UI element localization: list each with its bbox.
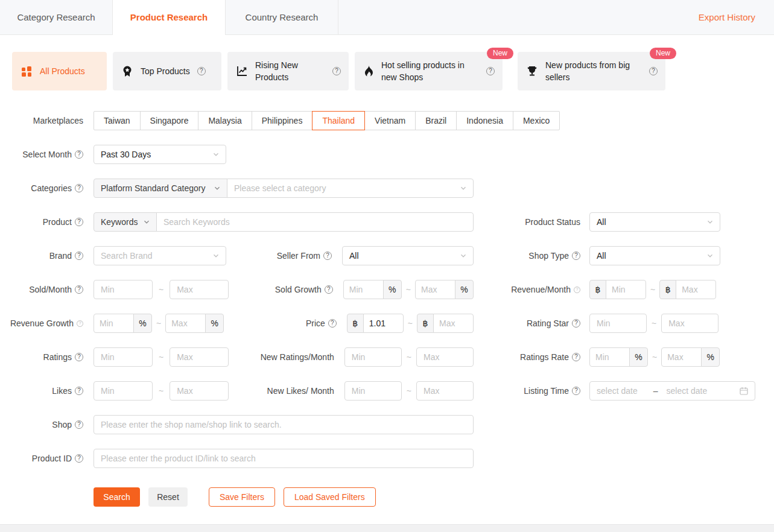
tilde-separator: ~ [156, 318, 161, 328]
help-icon[interactable]: ? [75, 184, 83, 192]
help-icon[interactable]: ? [77, 320, 83, 327]
rating-star-min-input[interactable] [589, 314, 647, 333]
marketplace-option-indonesia[interactable]: Indonesia [456, 111, 513, 130]
help-icon[interactable]: ? [75, 387, 83, 395]
start-date-field[interactable]: select date [597, 386, 638, 396]
card-top-products[interactable]: Top Products ? [113, 52, 221, 90]
keywords-input[interactable] [156, 212, 474, 232]
card-hot-selling-new-shops[interactable]: New Hot selling products in new Shops ? [355, 52, 503, 90]
price-min-input[interactable] [363, 314, 404, 333]
percent-suffix: % [455, 280, 474, 299]
new-likes-max-input[interactable] [416, 381, 474, 401]
likes-min-input[interactable] [94, 381, 153, 401]
marketplace-option-singapore[interactable]: Singapore [140, 111, 199, 130]
tab-product-research[interactable]: Product Research [113, 0, 226, 34]
help-icon[interactable]: ? [574, 287, 580, 293]
card-all-products[interactable]: All Products [12, 52, 107, 90]
calendar-icon [740, 387, 748, 395]
search-button[interactable]: Search [94, 487, 140, 507]
product-search-type-dropdown[interactable]: Keywords [94, 212, 157, 232]
marketplace-option-mexico[interactable]: Mexico [513, 111, 560, 130]
product-id-input[interactable] [94, 449, 474, 468]
revenue-growth-min-input[interactable] [94, 314, 134, 333]
revenue-growth-max-input[interactable] [165, 314, 206, 333]
brand-select[interactable]: Search Brand [94, 246, 226, 265]
select-month-dropdown[interactable]: Past 30 Days [94, 145, 226, 164]
shop-label: Shop ? [0, 420, 83, 429]
help-icon[interactable]: ? [75, 218, 83, 226]
help-icon[interactable]: ? [323, 252, 332, 260]
help-icon[interactable]: ? [572, 387, 580, 395]
help-icon[interactable]: ? [197, 67, 206, 75]
marketplace-option-brazil[interactable]: Brazil [415, 111, 457, 130]
select-month-label: Select Month ? [0, 150, 83, 159]
help-icon[interactable]: ? [572, 319, 580, 328]
tilde-separator: ~ [407, 386, 411, 396]
seller-from-dropdown[interactable]: All [342, 246, 474, 265]
card-label: Rising New Products [255, 59, 325, 84]
new-ratings-max-input[interactable] [416, 347, 474, 367]
help-icon[interactable]: ? [75, 285, 83, 294]
search-filter-form: Marketplaces TaiwanSingaporeMalaysiaPhil… [0, 90, 774, 507]
card-new-products-big-sellers[interactable]: New New products from big sellers ? [518, 52, 665, 90]
save-filters-button[interactable]: Save Filters [209, 487, 275, 507]
marketplace-option-philippines[interactable]: Philippines [252, 111, 313, 130]
export-history-link[interactable]: Export History [699, 0, 774, 34]
shop-type-dropdown[interactable]: All [589, 246, 720, 265]
sold-growth-max-input[interactable] [415, 280, 455, 299]
new-ratings-min-input[interactable] [344, 347, 402, 367]
ratings-min-input[interactable] [94, 347, 153, 367]
sold-growth-min-input[interactable] [343, 280, 384, 299]
category-select[interactable]: Please select a category [227, 179, 474, 198]
sold-growth-label: Sold Growth ? [229, 285, 343, 294]
help-icon[interactable]: ? [572, 252, 580, 260]
ratings-rate-label: Ratings Rate ? [474, 352, 580, 362]
tab-category-research[interactable]: Category Research [0, 0, 113, 34]
tab-country-research[interactable]: Country Research [226, 0, 338, 34]
category-type-dropdown[interactable]: Platform Standard Category [94, 179, 227, 198]
marketplace-option-malaysia[interactable]: Malaysia [198, 111, 252, 130]
shop-search-input[interactable] [94, 415, 474, 434]
listing-time-date-range-picker[interactable]: select date – select date [589, 381, 755, 401]
help-icon[interactable]: ? [75, 454, 83, 463]
revenue-month-min-input[interactable] [606, 280, 646, 299]
help-icon[interactable]: ? [325, 285, 333, 294]
card-rising-new-products[interactable]: Rising New Products ? [227, 52, 349, 90]
help-icon[interactable]: ? [75, 420, 83, 429]
sold-month-min-input[interactable] [94, 280, 153, 299]
help-icon[interactable]: ? [328, 319, 337, 328]
marketplaces-label: Marketplaces [0, 116, 83, 125]
ratings-max-input[interactable] [170, 347, 229, 367]
marketplace-option-vietnam[interactable]: Vietnam [364, 111, 416, 130]
revenue-month-max-input[interactable] [676, 280, 716, 299]
reset-button[interactable]: Reset [148, 487, 188, 507]
ratings-rate-max-input[interactable] [661, 347, 702, 367]
new-likes-min-input[interactable] [344, 381, 402, 401]
categories-label: Categories ? [0, 183, 83, 193]
sold-month-max-input[interactable] [170, 280, 229, 299]
trend-chart-icon [236, 65, 248, 77]
end-date-field[interactable]: select date [667, 386, 708, 396]
percent-suffix: % [133, 314, 152, 333]
help-icon[interactable]: ? [332, 67, 341, 75]
product-status-dropdown[interactable]: All [589, 212, 720, 232]
price-max-input[interactable] [433, 314, 474, 333]
help-icon[interactable]: ? [572, 353, 580, 361]
help-icon[interactable]: ? [75, 252, 83, 260]
help-icon[interactable]: ? [75, 353, 83, 361]
chevron-down-icon [707, 219, 713, 225]
help-icon[interactable]: ? [75, 150, 83, 159]
help-icon[interactable]: ? [486, 67, 495, 75]
marketplace-option-thailand[interactable]: Thailand [312, 111, 365, 130]
marketplace-option-taiwan[interactable]: Taiwan [94, 111, 141, 130]
likes-max-input[interactable] [170, 381, 229, 401]
percent-suffix: % [383, 280, 402, 299]
product-status-label: Product Status [474, 217, 580, 227]
ratings-rate-min-input[interactable] [589, 347, 630, 367]
load-saved-filters-button[interactable]: Load Saved Filters [284, 487, 376, 507]
tilde-separator: ~ [159, 285, 163, 294]
card-label: Top Products [141, 65, 190, 77]
help-icon[interactable]: ? [649, 67, 658, 75]
tilde-separator: ~ [159, 386, 163, 396]
rating-star-max-input[interactable] [661, 314, 718, 333]
